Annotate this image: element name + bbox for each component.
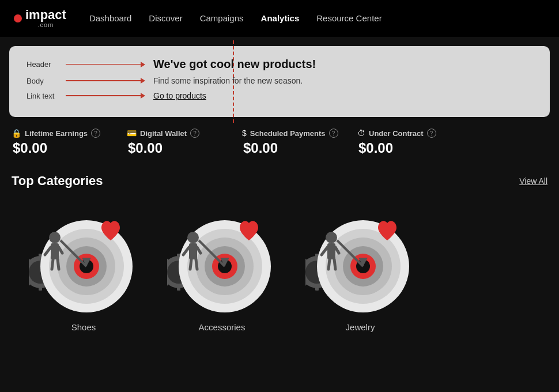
lifetime-earnings-value: $0.00 [13,140,127,156]
svg-line-71 [334,259,335,269]
digital-wallet-label: Digital Wallet [140,129,187,138]
svg-point-42 [187,232,199,243]
lock-icon: 🔒 [12,129,21,138]
svg-rect-67 [327,243,335,259]
scheduled-payments-value: $0.00 [243,140,357,156]
under-contract-value: $0.00 [358,140,473,156]
svg-rect-19 [51,243,59,259]
main-nav: impact .com Dashboard Discover Campaigns… [0,0,559,37]
clock-icon: ⏱ [357,129,365,138]
stats-section: 🔒 Lifetime Earnings ? $0.00 💳 Digital Wa… [0,117,559,162]
scheduled-payments-label: Scheduled Payments [250,129,326,138]
category-shoes[interactable]: Shoes [23,206,144,332]
banner-link-label: Link text [27,92,66,100]
stat-lifetime-earnings: 🔒 Lifetime Earnings ? $0.00 [12,129,127,156]
under-contract-label: Under Contract [369,129,424,138]
nav-campaigns[interactable]: Campaigns [200,13,244,23]
banner-header-row: Header We've got cool new products! [27,58,532,71]
nav-resource-center[interactable]: Resource Center [316,13,382,23]
jewelry-target-svg [305,206,415,315]
digital-wallet-value: $0.00 [128,140,242,156]
banner-link-row: Link text Go to products [27,91,532,101]
banner-header-text: We've got cool new products! [153,58,316,70]
top-categories-header: Top Categories View All [0,162,559,194]
logo-impact: impact [25,9,66,21]
shoes-label: Shoes [71,322,96,332]
banner-link-text[interactable]: Go to products [153,91,206,100]
lifetime-earnings-help[interactable]: ? [91,129,100,138]
banner-link-arrow [66,93,145,99]
jewelry-visual [305,206,415,315]
svg-line-47 [196,259,197,269]
shoes-visual [29,206,138,315]
accessories-visual [167,206,277,315]
logo[interactable]: impact .com [14,9,66,28]
nav-analytics[interactable]: Analytics [261,13,300,23]
svg-rect-51 [315,286,319,291]
stat-under-contract: ⏱ Under Contract ? $0.00 [357,129,473,156]
logo-com: .com [25,21,66,28]
stat-scheduled-payments: $ Scheduled Payments ? $0.00 [242,129,357,156]
accessories-target-svg [167,206,277,315]
logo-dot [14,14,22,22]
under-contract-help[interactable]: ? [427,129,436,138]
dollar-icon: $ [242,129,247,138]
svg-line-70 [328,259,330,269]
banner-body-text: Find some inspiration for the new season… [153,76,303,85]
stat-digital-wallet: 💳 Digital Wallet ? $0.00 [127,129,242,156]
wallet-icon: 💳 [127,129,137,138]
svg-rect-3 [39,286,42,291]
svg-line-23 [58,259,59,269]
banner-body-row: Body Find some inspiration for the new s… [27,76,532,86]
nav-links: Dashboard Discover Campaigns Analytics R… [89,13,382,24]
banner-body-label: Body [27,77,66,85]
categories-list: Shoes [0,194,559,344]
banner-body-arrow [66,78,145,84]
shoes-target-svg [29,206,138,315]
digital-wallet-help[interactable]: ? [190,129,199,138]
svg-rect-43 [189,243,197,259]
svg-line-22 [52,259,53,269]
category-jewelry[interactable]: Jewelry [300,206,421,332]
banner-header-arrow [66,62,145,67]
svg-line-46 [190,259,191,269]
scheduled-payments-help[interactable]: ? [329,129,338,138]
svg-point-18 [49,232,61,243]
accessories-label: Accessories [199,322,245,332]
category-accessories[interactable]: Accessories [161,206,282,332]
view-all-link[interactable]: View All [519,176,547,186]
lifetime-earnings-label: Lifetime Earnings [25,129,88,138]
nav-discover[interactable]: Discover [149,13,182,23]
svg-rect-27 [177,286,180,291]
svg-point-66 [326,232,337,243]
nav-dashboard[interactable]: Dashboard [89,13,131,23]
top-categories-title: Top Categories [12,174,103,189]
jewelry-label: Jewelry [346,322,375,332]
banner-header-label: Header [27,60,66,69]
promo-banner: Header We've got cool new products! Body… [9,46,550,117]
